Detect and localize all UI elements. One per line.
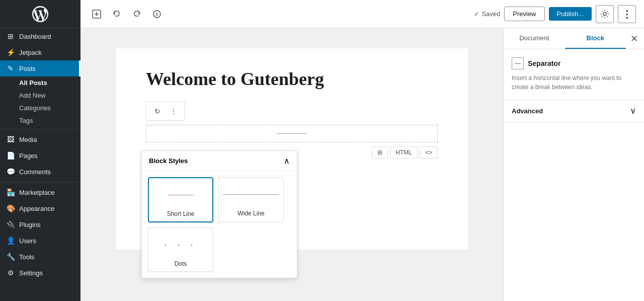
redo-button[interactable] bbox=[129, 6, 145, 22]
gear-icon bbox=[600, 10, 609, 19]
sidebar-sub-tags[interactable]: Tags bbox=[0, 114, 80, 127]
separator-line bbox=[277, 133, 307, 134]
sidebar-item-label: Appearance bbox=[19, 205, 54, 212]
panel-section-advanced: Advanced ∨ bbox=[504, 100, 644, 122]
style-label-wide-line: Wide Line bbox=[237, 210, 264, 217]
saved-indicator: ✓ Saved bbox=[474, 10, 500, 18]
sidebar-item-users[interactable]: 👤 Users bbox=[0, 233, 80, 249]
preview-button[interactable]: Preview bbox=[504, 7, 544, 21]
sidebar-sub-all-posts[interactable]: All Posts bbox=[0, 77, 80, 89]
panel-block-info: — Separator Insert a horizontal line whe… bbox=[504, 49, 644, 100]
sidebar-item-marketplace[interactable]: 🏪 Marketplace bbox=[0, 184, 80, 200]
block-more-button[interactable]: ⋮ bbox=[167, 104, 181, 118]
block-styles-content: Short Line Wide Line · · · bbox=[142, 171, 297, 278]
sub-item-label: Categories bbox=[19, 104, 51, 112]
sidebar-item-label: Media bbox=[19, 136, 37, 143]
block-styles-title: Block Styles bbox=[149, 157, 188, 165]
post-title[interactable]: Welcome to Gutenberg bbox=[146, 68, 438, 90]
sub-item-label: All Posts bbox=[19, 79, 47, 87]
sidebar-item-comments[interactable]: 💬 Comments bbox=[0, 164, 80, 180]
pages-icon: 📄 bbox=[6, 152, 15, 160]
main-content: Welcome to Gutenberg ↻ ⋮ Block Styles bbox=[80, 28, 503, 301]
style-preview-wide-line bbox=[223, 182, 279, 207]
style-label-short-line: Short Line bbox=[167, 210, 195, 217]
sidebar-divider bbox=[0, 129, 80, 129]
sidebar: ⊞ Dashboard ⚡ Jetpack ✎ Posts All Posts … bbox=[0, 0, 80, 301]
sidebar-item-media[interactable]: 🖼 Media bbox=[0, 131, 80, 147]
block-icon: — bbox=[512, 57, 524, 69]
sidebar-item-jetpack[interactable]: ⚡ Jetpack bbox=[0, 44, 80, 60]
sidebar-item-posts[interactable]: ✎ Posts bbox=[0, 60, 80, 77]
style-label-dots: Dots bbox=[175, 260, 187, 267]
sidebar-item-appearance[interactable]: 🎨 Appearance bbox=[0, 200, 80, 216]
chevron-down-icon: ∨ bbox=[630, 106, 636, 116]
undo-button[interactable] bbox=[109, 6, 125, 22]
gear-button[interactable] bbox=[596, 5, 614, 23]
sidebar-sub-add-new[interactable]: Add New bbox=[0, 89, 80, 102]
sub-item-label: Add New bbox=[19, 92, 46, 99]
grid-view-button[interactable]: ⊞ bbox=[372, 146, 388, 159]
collapse-icon: ∧ bbox=[284, 157, 290, 165]
block-styles-popup: Block Styles ∧ Short Line bbox=[141, 150, 297, 278]
sidebar-item-label: Pages bbox=[19, 152, 38, 160]
sidebar-item-settings[interactable]: ⚙ Settings bbox=[0, 265, 80, 281]
more-icon: ⋮ bbox=[170, 107, 177, 115]
sidebar-item-label: Tools bbox=[19, 253, 34, 261]
top-bar: ✓ Saved Preview Publish... ⋮ bbox=[80, 0, 644, 28]
code-view-button[interactable]: <> bbox=[420, 146, 438, 159]
tab-document[interactable]: Document bbox=[504, 28, 565, 49]
plus-icon bbox=[92, 10, 101, 19]
comments-icon: 💬 bbox=[6, 168, 15, 176]
plugins-icon: 🔌 bbox=[6, 220, 15, 229]
html-view-button[interactable]: HTML bbox=[390, 146, 418, 159]
panel-close-button[interactable]: ✕ bbox=[626, 31, 642, 47]
block-sync-button[interactable]: ↻ bbox=[150, 104, 165, 118]
block-toolbar: ↻ ⋮ bbox=[146, 102, 185, 121]
add-block-button[interactable] bbox=[89, 6, 105, 22]
sidebar-item-label: Posts bbox=[19, 65, 36, 72]
style-option-dots[interactable]: · · · Dots bbox=[148, 228, 213, 272]
sidebar-item-label: Users bbox=[19, 237, 36, 245]
info-icon bbox=[152, 10, 162, 19]
code-icon: <> bbox=[425, 149, 432, 156]
sidebar-item-label: Plugins bbox=[19, 221, 41, 229]
style-preview-dots: · · · bbox=[152, 232, 209, 257]
sidebar-item-label: Settings bbox=[19, 269, 43, 277]
editor-area: Welcome to Gutenberg ↻ ⋮ Block Styles bbox=[116, 48, 468, 250]
checkmark-icon: ✓ bbox=[474, 10, 479, 18]
block-description: Insert a horizontal line where you want … bbox=[512, 73, 636, 92]
style-option-short-line[interactable]: Short Line bbox=[148, 177, 213, 222]
block-styles-header: Block Styles ∧ bbox=[142, 151, 297, 171]
collapse-styles-button[interactable]: ∧ bbox=[284, 156, 290, 166]
sidebar-item-label: Comments bbox=[19, 168, 51, 176]
tools-icon: 🔧 bbox=[6, 253, 15, 261]
panel-tabs: Document Block ✕ bbox=[504, 28, 644, 49]
sidebar-logo bbox=[0, 0, 80, 28]
advanced-section-header[interactable]: Advanced ∨ bbox=[512, 106, 636, 116]
sidebar-item-plugins[interactable]: 🔌 Plugins bbox=[0, 216, 80, 233]
separator-block[interactable]: Block Styles ∧ Short Line bbox=[146, 125, 438, 142]
undo-icon bbox=[112, 10, 121, 19]
sub-item-label: Tags bbox=[19, 117, 33, 124]
appearance-icon: 🎨 bbox=[6, 204, 15, 212]
style-option-wide-line[interactable]: Wide Line bbox=[218, 177, 284, 222]
block-icon-row: — Separator bbox=[512, 57, 636, 69]
marketplace-icon: 🏪 bbox=[6, 188, 15, 196]
redo-icon bbox=[132, 10, 141, 19]
layout: Welcome to Gutenberg ↻ ⋮ Block Styles bbox=[0, 28, 644, 301]
info-button[interactable] bbox=[149, 6, 165, 22]
settings-icon: ⚙ bbox=[6, 269, 15, 277]
dashboard-icon: ⊞ bbox=[6, 32, 15, 40]
posts-icon: ✎ bbox=[6, 64, 15, 72]
style-preview-short-line bbox=[153, 182, 208, 207]
sidebar-item-label: Dashboard bbox=[19, 33, 51, 40]
sidebar-sub-categories[interactable]: Categories bbox=[0, 102, 80, 114]
more-options-button[interactable]: ⋮ bbox=[618, 5, 636, 23]
right-panel: Document Block ✕ — Separator Insert a ho… bbox=[503, 28, 644, 301]
grid-icon: ⊞ bbox=[377, 149, 382, 156]
tab-block[interactable]: Block bbox=[565, 28, 626, 49]
sidebar-item-dashboard[interactable]: ⊞ Dashboard bbox=[0, 28, 80, 44]
publish-button[interactable]: Publish... bbox=[549, 7, 592, 21]
sidebar-item-pages[interactable]: 📄 Pages bbox=[0, 147, 80, 164]
sidebar-item-tools[interactable]: 🔧 Tools bbox=[0, 249, 80, 265]
